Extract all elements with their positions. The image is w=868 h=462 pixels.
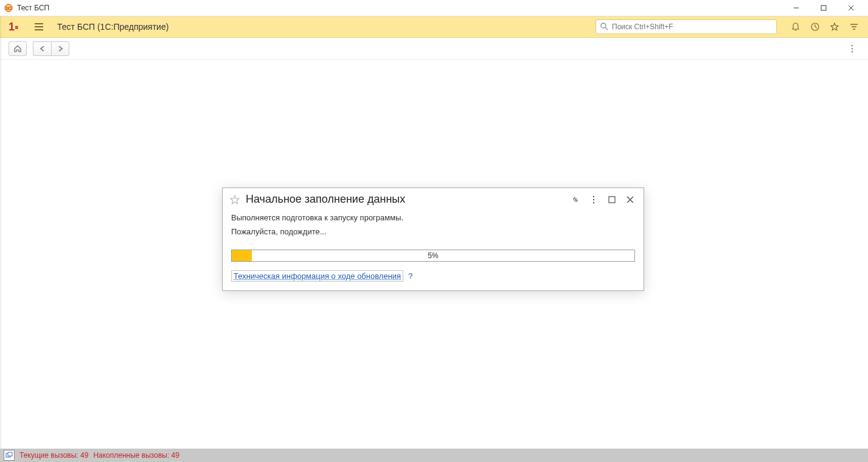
progress-label: 5% [232,250,634,261]
svg-rect-3 [821,5,826,10]
app-title: Тест БСП (1С:Предприятие) [57,22,168,32]
progress-bar: 5% [231,250,635,262]
home-button[interactable] [9,41,27,56]
search-icon [600,22,608,32]
svg-marker-21 [231,195,239,204]
tech-info-link[interactable]: Техническая информация о ходе обновления [231,270,403,282]
svg-point-23 [593,198,594,200]
svg-rect-29 [8,452,12,456]
dialog-maximize-icon[interactable] [606,194,618,206]
bell-icon[interactable] [788,19,804,35]
minimize-button[interactable] [782,0,810,16]
dialog-header-icons [569,194,636,206]
tech-link-row: Техническая информация о ходе обновления… [231,270,635,282]
statusbar: Текущие вызовы: 49 Накопленные вызовы: 4… [0,449,868,462]
left-edge-shadow [0,16,2,449]
dialog-title: Начальное заполнение данных [246,193,569,206]
svg-point-18 [852,44,853,46]
app-header: 1꞊ Тест БСП (1С:Предприятие) [0,16,868,38]
statusbar-icon[interactable] [4,450,15,461]
link-icon[interactable] [569,194,582,206]
accumulated-calls-value: 49 [172,451,179,460]
svg-point-19 [852,47,853,49]
svg-point-20 [852,51,853,52]
accumulated-calls-label: Накопленные вызовы: [93,451,169,460]
help-icon[interactable]: ? [408,271,412,281]
star-icon[interactable] [827,19,842,35]
svg-line-11 [605,27,608,30]
maximize-button[interactable] [810,0,837,16]
header-icons [788,19,862,35]
close-button[interactable] [837,0,864,16]
content-area: Начальное заполнение данных Выполняется … [0,60,868,449]
current-calls-value: 49 [80,451,88,460]
forward-button[interactable] [51,41,69,56]
svg-point-10 [601,23,606,28]
logo-1c: 1꞊ [9,21,26,33]
app-icon: 1C [4,3,13,13]
initial-fill-dialog: Начальное заполнение данных Выполняется … [222,187,644,291]
toolbar-kebab-icon[interactable] [845,41,859,56]
accumulated-calls: Накопленные вызовы: 49 [93,451,179,460]
current-calls-label: Текущие вызовы: [19,451,78,460]
svg-text:1꞊: 1꞊ [9,21,19,33]
nav-group [33,41,69,56]
svg-marker-14 [831,23,838,30]
history-icon[interactable] [807,19,823,35]
svg-point-22 [593,195,594,197]
back-button[interactable] [33,41,51,56]
search-box[interactable] [595,19,777,34]
menu-icon[interactable] [32,19,46,34]
svg-point-24 [593,201,594,203]
dialog-kebab-icon[interactable] [588,194,600,206]
dialog-body: Выполняется подготовка к запуску програм… [223,209,644,290]
favorite-star-icon[interactable] [229,194,241,206]
toolbar [0,38,868,60]
svg-rect-25 [609,197,615,203]
window-title: Тест БСП [17,4,782,12]
dialog-header: Начальное заполнение данных [223,188,644,209]
dialog-message-2: Пожалуйста, подождите... [231,227,635,236]
filter-icon[interactable] [846,19,862,35]
window-controls [782,0,864,16]
window-titlebar: 1C Тест БСП [0,0,868,16]
search-input[interactable] [612,23,773,31]
svg-text:1C: 1C [5,5,12,11]
current-calls: Текущие вызовы: 49 [19,451,88,460]
dialog-close-icon[interactable] [624,194,636,206]
dialog-message-1: Выполняется подготовка к запуску програм… [231,213,635,222]
